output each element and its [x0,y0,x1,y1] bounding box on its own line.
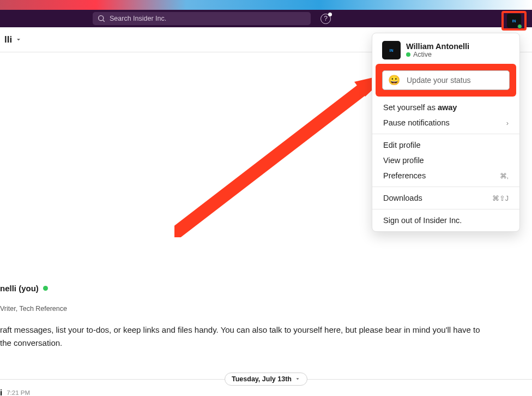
edit-profile-item[interactable]: Edit profile [372,137,519,153]
set-away-bold: away [438,103,457,112]
date-pill[interactable]: Tuesday, July 13th [225,373,307,386]
downloads-shortcut: ⌘⇧J [492,194,509,202]
date-label: Tuesday, July 13th [232,375,292,383]
view-profile-label: View profile [383,156,424,165]
message-header: i 7:21 PM [0,388,30,396]
search-input[interactable]: Search Insider Inc. [93,12,311,25]
chevron-right-icon: › [506,119,509,127]
chevron-down-icon [295,376,300,382]
sign-out-item[interactable]: Sign out of Insider Inc. [372,213,519,231]
message-time: 7:21 PM [7,389,30,396]
user-presence: Active [406,51,469,58]
self-name: nelli (you) [0,284,39,293]
user-menu-header: IN William Antonelli Active [372,33,519,63]
status-field-highlight: 😀 Update your status [376,64,516,97]
downloads-item[interactable]: Downloads ⌘⇧J [372,190,519,206]
presence-dot-icon [406,52,410,57]
downloads-label: Downloads [383,194,422,202]
user-menu-avatar: IN [382,41,401,59]
annotation-arrow [174,74,392,237]
self-title: Vriter, Tech Reference [0,305,527,313]
menu-separator [372,187,519,187]
help-button[interactable]: ? [321,14,331,24]
profile-avatar[interactable]: IN [507,14,521,28]
pause-notifications-item[interactable]: Pause notifications › [372,115,519,130]
user-menu: IN William Antonelli Active 😀 Update you… [372,33,520,232]
edit-profile-label: Edit profile [383,141,421,149]
pause-notifications-label: Pause notifications [383,118,450,127]
menu-separator [372,134,519,134]
view-profile-item[interactable]: View profile [372,153,519,168]
presence-label: Active [413,51,432,58]
chevron-down-icon [15,37,22,43]
self-dm-header: nelli (you) [0,284,527,293]
channel-name: lli [4,34,12,45]
sign-out-label: Sign out of Insider Inc. [383,216,462,225]
set-away-item[interactable]: Set yourself as away [372,100,519,115]
self-description: raft messages, list your to-dos, or keep… [0,323,521,350]
slack-top-bar: Search Insider Inc. ? [0,10,532,27]
svg-line-1 [177,87,365,232]
menu-separator [372,209,519,209]
smile-emoji-icon[interactable]: 😀 [388,74,400,86]
user-full-name: William Antonelli [406,42,469,51]
preferences-item[interactable]: Preferences ⌘, [372,168,519,183]
date-divider: Tuesday, July 13th [0,373,532,386]
message-author: i [0,388,2,396]
preferences-label: Preferences [383,171,426,180]
preferences-shortcut: ⌘, [500,172,509,180]
status-placeholder: Update your status [407,76,471,85]
self-dm-section: nelli (you) Vriter, Tech Reference raft … [0,284,532,350]
self-desc-line2: the conversation. [0,338,62,347]
update-status-input[interactable]: 😀 Update your status [382,70,510,90]
self-desc-line1: raft messages, list your to-dos, or keep… [0,325,480,334]
set-away-prefix: Set yourself as [383,103,438,112]
desktop-background [0,0,532,10]
presence-dot-icon [43,286,48,291]
search-placeholder: Search Insider Inc. [110,15,166,22]
search-icon [98,15,105,22]
